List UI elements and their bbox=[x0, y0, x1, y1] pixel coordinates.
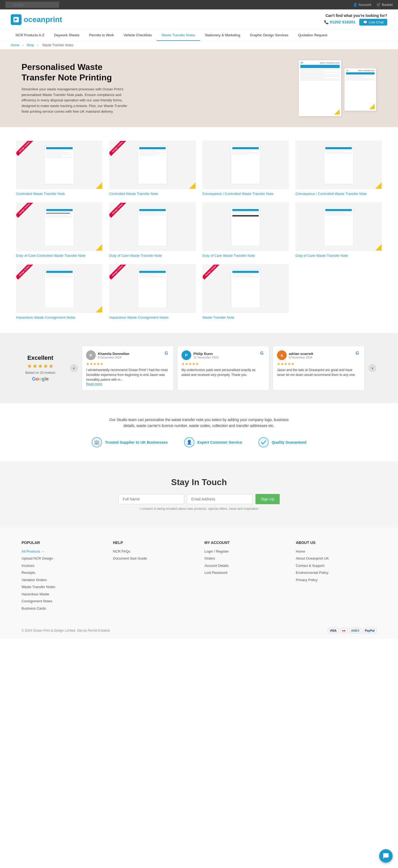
design-online-badge-1: Design Online bbox=[109, 141, 126, 156]
product-card-1[interactable]: Design Online Controlled Waste Transfer … bbox=[109, 141, 195, 196]
copyright-text: © 2024 Ocean Print & Design Limited. Sit… bbox=[22, 629, 110, 632]
nav-item-graphic[interactable]: Graphic Design Services bbox=[245, 30, 293, 41]
design-online-badge-5: Design Online bbox=[109, 203, 126, 218]
live-chat-button[interactable]: 💬 Live Chat bbox=[359, 19, 387, 26]
search-input[interactable] bbox=[5, 2, 59, 8]
review-header-1: P Philip Dunn 11 November 2024 G bbox=[182, 350, 265, 360]
product-name-8: Hazardous Waste Consignment Notes bbox=[16, 315, 102, 319]
reviewer-details-1: Philip Dunn 11 November 2024 bbox=[193, 352, 219, 359]
product-thumb-8: Design Online bbox=[16, 264, 102, 313]
breadcrumb-home[interactable]: Home bbox=[11, 43, 19, 47]
footer-all-products[interactable]: All Products → bbox=[22, 549, 102, 554]
review-card-1: P Philip Dunn 11 November 2024 G ★★★★★ M… bbox=[178, 346, 269, 390]
footer-contact-support[interactable]: Contact & Support bbox=[296, 563, 376, 568]
product-name-0: Controlled Waste Transfer Note bbox=[16, 192, 102, 196]
review-stars-0: ★★★★★ bbox=[86, 362, 170, 366]
product-thumb-6 bbox=[203, 203, 289, 251]
nav-item-daywork[interactable]: Daywork Sheets bbox=[49, 30, 85, 41]
design-online-badge-9: Design Online bbox=[109, 264, 126, 280]
product-corner-8 bbox=[96, 306, 102, 312]
design-online-badge-4: Design Online bbox=[16, 203, 33, 218]
product-card-6[interactable]: Duty of Care Waste Transfer Note bbox=[203, 203, 289, 258]
product-doc-7 bbox=[324, 207, 354, 246]
footer-col-about: ABOUT US Home About Oceanprint UK Contac… bbox=[296, 540, 376, 613]
logo-icon bbox=[11, 14, 22, 25]
footer-hazardous-waste[interactable]: Hazardous Waste bbox=[22, 592, 102, 597]
reviewer-details-2: adrian scarrett 9 November 2024 bbox=[289, 352, 313, 359]
breadcrumb: Home → Shop → Waste Transfer Notes bbox=[0, 41, 398, 49]
product-card-0[interactable]: Design Online Controlled Waste Transfer … bbox=[16, 141, 102, 196]
footer-col-help: HELP NCR FAQs Document Size Guide bbox=[113, 540, 194, 613]
footer-document-size[interactable]: Document Size Guide bbox=[113, 556, 194, 561]
footer-lost-password[interactable]: Lost Password bbox=[204, 570, 285, 576]
top-bar: 🔍 👤 Account 🛒 Basket bbox=[0, 0, 398, 9]
nav-item-vehicle[interactable]: Vehicle Checklists bbox=[119, 30, 157, 41]
product-name-2: Conveyance / Controlled Waste Transfer N… bbox=[203, 192, 289, 196]
email-input[interactable] bbox=[187, 494, 253, 504]
footer-receipts[interactable]: Receipts bbox=[22, 570, 102, 576]
hero-doc-back: OP WASTE TRANSFER NOTE bbox=[299, 60, 341, 117]
account-link[interactable]: 👤 Account bbox=[353, 3, 371, 7]
stay-touch-heading: Stay In Touch bbox=[22, 477, 376, 487]
basket-link[interactable]: 🛒 Basket bbox=[376, 3, 393, 7]
footer-orders[interactable]: Orders bbox=[204, 556, 285, 561]
excellent-label: Excellent bbox=[22, 354, 59, 362]
breadcrumb-shop[interactable]: Shop bbox=[27, 43, 34, 47]
logo[interactable]: oceanprint bbox=[11, 14, 62, 25]
review-card-2: a adrian scarrett 9 November 2024 G ★★★★… bbox=[273, 346, 364, 390]
product-card-4[interactable]: Design Online Duty of Care Controlled Wa… bbox=[16, 203, 102, 258]
product-card-7[interactable]: Duty of Care Waste Transfer Note bbox=[296, 203, 382, 258]
footer-ncr-faqs[interactable]: NCR FAQs bbox=[113, 549, 194, 554]
based-on-text: Based on 10 reviews bbox=[22, 371, 59, 375]
product-doc-2 bbox=[231, 146, 260, 184]
footer-account-details[interactable]: Account Details bbox=[204, 563, 285, 568]
stay-touch-form: Sign Up bbox=[118, 494, 280, 504]
trust-text: Our Studio team can personalise the wast… bbox=[105, 417, 293, 429]
breadcrumb-current: Waste Transfer Notes bbox=[42, 43, 73, 47]
nav-item-quotation[interactable]: Quotation Request bbox=[293, 30, 332, 41]
product-doc-6 bbox=[231, 207, 260, 246]
footer-environmental[interactable]: Environmental Policy bbox=[296, 570, 376, 576]
footer-business-cards[interactable]: Business Cards bbox=[22, 606, 102, 611]
nav-item-permits[interactable]: Permits to Work bbox=[85, 30, 119, 41]
product-name-1: Controlled Waste Transfer Note bbox=[109, 192, 195, 196]
product-card-5[interactable]: Design Online Duty of Care Waste Transfe… bbox=[109, 203, 195, 258]
footer-upload-ncr[interactable]: Upload NCR Design bbox=[22, 556, 102, 561]
excellent-box: Excellent ★★★★★ Based on 10 reviews Goog… bbox=[22, 354, 59, 382]
product-card-10[interactable]: Design Online Waste Transfer Note bbox=[203, 264, 289, 319]
product-card-8[interactable]: Design Online Hazardous Waste Consignmen… bbox=[16, 264, 102, 319]
trust-badges: 🏢 Trusted Supplier to UK Businesses 👤 Ex… bbox=[22, 437, 376, 448]
reviewer-date-2: 9 November 2024 bbox=[289, 356, 313, 359]
product-card-2[interactable]: Conveyance / Controlled Waste Transfer N… bbox=[203, 141, 289, 196]
product-thumb-0: Design Online bbox=[16, 141, 102, 189]
footer-variation-orders[interactable]: Variation Orders bbox=[22, 577, 102, 583]
nav-item-waste[interactable]: Waste Transfer Notes bbox=[157, 30, 200, 41]
footer-about-oceanprint[interactable]: About Oceanprint UK bbox=[296, 556, 376, 561]
product-card-3[interactable]: Conveyance / Controlled Waste Transfer N… bbox=[296, 141, 382, 196]
product-name-4: Duty of Care Controlled Waste Transfer N… bbox=[16, 254, 102, 258]
phone-number[interactable]: 01202 618201 bbox=[330, 20, 356, 24]
product-thumb-9: Design Online bbox=[109, 264, 195, 313]
contact-row: 📞 01202 618201 💬 Live Chat bbox=[324, 19, 387, 26]
reviewer-info-0: K Khamila Donnellan 8 December 2024 bbox=[86, 350, 129, 360]
footer-invoices[interactable]: Invoices bbox=[22, 563, 102, 568]
footer-login-register[interactable]: Login / Register bbox=[204, 549, 285, 554]
footer-grid: POPULAR All Products → Upload NCR Design… bbox=[22, 540, 376, 613]
footer-consignment-notes[interactable]: Consignment Notes bbox=[22, 598, 102, 604]
full-name-input[interactable] bbox=[118, 494, 184, 504]
review-prev-button[interactable]: ‹ bbox=[70, 364, 78, 372]
product-thumb-2 bbox=[203, 141, 289, 189]
footer-privacy-policy[interactable]: Privacy Policy bbox=[296, 577, 376, 583]
reviews-list: K Khamila Donnellan 8 December 2024 G ★★… bbox=[82, 346, 364, 390]
footer-home[interactable]: Home bbox=[296, 549, 376, 554]
review-next-button[interactable]: › bbox=[368, 364, 376, 372]
footer-waste-transfer[interactable]: Waste Transfer Notes bbox=[22, 584, 102, 590]
signup-button[interactable]: Sign Up bbox=[255, 494, 280, 504]
read-more-0[interactable]: Read more bbox=[86, 382, 102, 386]
product-thumb-1: Design Online bbox=[109, 141, 195, 189]
account-icon: 👤 bbox=[353, 3, 358, 7]
nav-item-ncr[interactable]: NCR Products A-Z bbox=[11, 30, 49, 41]
nav-item-stationery[interactable]: Stationery & Marketing bbox=[200, 30, 245, 41]
product-card-9[interactable]: Design Online Hazardous Waste Consignmen… bbox=[109, 264, 195, 319]
footer-col-account: MY ACCOUNT Login / Register Orders Accou… bbox=[204, 540, 285, 613]
